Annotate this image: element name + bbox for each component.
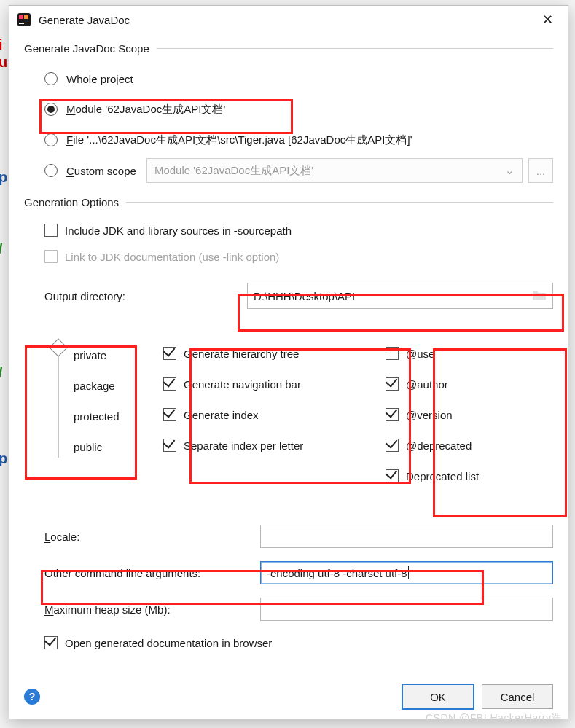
radio-label: Module '62JavaDoc生成API文档': [66, 103, 225, 117]
help-icon: ?: [29, 691, 36, 702]
scope-title: Generate JavaDoc Scope: [24, 42, 149, 55]
help-button[interactable]: ?: [24, 689, 40, 705]
radio-label: Custom scope: [66, 165, 136, 177]
chk-label: Deprecated list: [406, 470, 479, 482]
args-label: Other command line arguments:: [44, 567, 260, 579]
radio-icon: [44, 133, 58, 146]
folder-icon[interactable]: [532, 289, 547, 303]
chk-label: Open generated documentation in browser: [65, 637, 272, 649]
radio-custom-scope[interactable]: Custom scope: [44, 164, 136, 177]
output-dir-value: D:\HHH\Desktop\API: [254, 290, 355, 302]
chk-deprecated-list[interactable]: Deprecated list: [386, 461, 553, 491]
chk-use[interactable]: @use: [386, 338, 553, 369]
visibility-private[interactable]: private: [74, 340, 154, 370]
chk-include-jdk[interactable]: Include JDK and library sources in -sour…: [44, 217, 553, 243]
chk-label: Separate index per letter: [184, 439, 303, 452]
chk-label: @author: [406, 378, 448, 391]
locale-input[interactable]: [260, 525, 553, 548]
generation-options-header: Generation Options: [24, 196, 553, 208]
label: private: [74, 349, 106, 361]
chk-label: Generate navigation bar: [184, 378, 301, 391]
chk-open-browser[interactable]: Open generated documentation in browser: [44, 630, 553, 656]
bg-code-char: /: [0, 364, 3, 381]
generate-javadoc-dialog: Generate JavaDoc ✕ Generate JavaDoc Scop…: [9, 5, 568, 719]
checkbox-icon: [386, 439, 399, 452]
chk-label: Generate index: [184, 409, 259, 421]
chk-generate-index[interactable]: Generate index: [163, 399, 376, 430]
text-caret: [408, 566, 409, 579]
chk-generate-nav[interactable]: Generate navigation bar: [163, 369, 376, 399]
output-dir-label: Output directory:: [44, 290, 247, 302]
checkbox-icon: [163, 377, 176, 391]
checkbox-icon: [386, 377, 399, 391]
chk-label: @use: [406, 348, 434, 360]
bg-code-char: /: [0, 240, 3, 257]
dialog-title: Generate JavaDoc: [39, 14, 534, 26]
checkbox-icon: [386, 408, 399, 421]
close-icon: ✕: [542, 12, 553, 28]
chk-label: Include JDK and library sources in -sour…: [65, 224, 292, 237]
radio-label: Whole project: [66, 73, 133, 85]
output-dir-input[interactable]: D:\HHH\Desktop\API: [247, 283, 553, 309]
bg-code-char: p: [0, 169, 7, 186]
radio-icon: [44, 103, 58, 116]
svg-rect-1: [19, 23, 24, 24]
heap-input[interactable]: [260, 598, 553, 621]
intellij-icon: [17, 12, 31, 27]
checkbox-icon: [44, 224, 58, 237]
chk-label: @deprecated: [406, 439, 472, 452]
label: protected: [74, 410, 120, 423]
slider-knob[interactable]: [49, 338, 67, 356]
svg-rect-2: [19, 15, 23, 19]
label: package: [74, 380, 115, 392]
radio-module[interactable]: Module '62JavaDoc生成API文档': [44, 94, 553, 125]
radio-icon: [44, 164, 58, 177]
chk-separate-index[interactable]: Separate index per letter: [163, 430, 376, 461]
combo-value: Module '62JavaDoc生成API文档': [154, 164, 313, 178]
checkbox-icon: [44, 250, 58, 263]
custom-scope-combo[interactable]: Module '62JavaDoc生成API文档' ⌄: [146, 158, 523, 183]
checkbox-icon: [386, 469, 399, 482]
visibility-public[interactable]: public: [74, 431, 154, 462]
bg-code-char: i: [0, 36, 3, 53]
custom-scope-ellipsis-button[interactable]: ...: [528, 158, 553, 183]
slider-track: [58, 348, 59, 458]
chevron-down-icon: ⌄: [505, 164, 515, 177]
chk-deprecated[interactable]: @deprecated: [386, 430, 553, 461]
radio-file[interactable]: File '...\62JavaDoc生成API文档\src\Tiger.jav…: [44, 125, 553, 155]
bg-code-char: u: [0, 54, 7, 71]
checkbox-icon: [386, 347, 399, 360]
input-value: -encoding utf-8 -charset utf-8: [267, 567, 407, 579]
checkbox-icon: [44, 636, 58, 649]
chk-label: @version: [406, 409, 453, 421]
gen-title: Generation Options: [24, 196, 119, 208]
visibility-slider[interactable]: private package protected public: [44, 338, 154, 462]
chk-generate-tree[interactable]: Generate hierarchy tree: [163, 338, 376, 369]
chk-label: Generate hierarchy tree: [184, 348, 299, 360]
args-input[interactable]: -encoding utf-8 -charset utf-8: [260, 561, 553, 584]
locale-label: Locale:: [44, 531, 260, 543]
chk-version[interactable]: @version: [386, 399, 553, 430]
radio-label: File '...\62JavaDoc生成API文档\src\Tiger.jav…: [66, 133, 412, 147]
button-label: Cancel: [501, 691, 535, 703]
visibility-package[interactable]: package: [74, 370, 154, 401]
chk-link-jdk: Link to JDK documentation (use -link opt…: [44, 243, 553, 270]
scope-section-header: Generate JavaDoc Scope: [24, 42, 553, 55]
label: public: [74, 441, 102, 453]
svg-rect-3: [24, 15, 28, 19]
cancel-button[interactable]: Cancel: [482, 684, 553, 709]
ellipsis-label: ...: [536, 165, 546, 177]
radio-custom-scope-row: Custom scope Module '62JavaDoc生成API文档' ⌄…: [44, 155, 553, 186]
ok-button[interactable]: OK: [402, 684, 474, 710]
chk-author[interactable]: @author: [386, 369, 553, 399]
radio-icon: [44, 72, 58, 85]
bg-code-char: p: [0, 450, 7, 467]
chk-label: Link to JDK documentation (use -link opt…: [65, 251, 279, 263]
titlebar[interactable]: Generate JavaDoc ✕: [9, 6, 568, 34]
button-label: OK: [430, 691, 446, 703]
checkbox-icon: [163, 408, 176, 421]
radio-whole-project[interactable]: Whole project: [44, 63, 553, 94]
checkbox-icon: [163, 439, 176, 452]
visibility-protected[interactable]: protected: [74, 401, 154, 431]
close-button[interactable]: ✕: [534, 9, 560, 30]
